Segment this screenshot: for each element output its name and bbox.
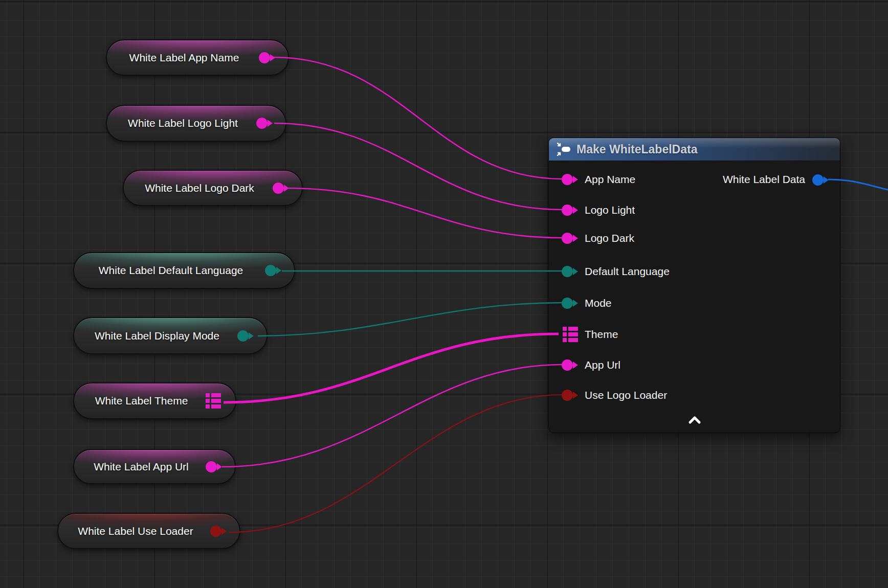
string-pin[interactable] [259, 52, 270, 63]
pin-row-use-logo-loader: Use Logo Loader [549, 386, 840, 404]
variable-node-white-label-logo-light[interactable]: White Label Logo Light [106, 105, 286, 142]
pin-row-logo-light: Logo Light [549, 201, 840, 219]
string-pin[interactable] [562, 174, 573, 185]
enum-pin[interactable] [562, 298, 573, 309]
string-pin[interactable] [206, 461, 217, 472]
variable-node-white-label-app-name[interactable]: White Label App Name [106, 39, 289, 76]
string-pin[interactable] [273, 183, 284, 194]
variable-node-white-label-theme[interactable]: White Label Theme [73, 382, 236, 419]
wire-mode[interactable] [258, 303, 563, 336]
variable-label: White Label App Url [94, 461, 189, 473]
make-whitelabeldata-node[interactable]: Make WhiteLabelData App Name Logo Light … [548, 138, 840, 433]
enum-pin[interactable] [265, 265, 276, 276]
wire-app-name[interactable] [273, 57, 563, 179]
make-struct-icon [556, 142, 571, 157]
variable-label: White Label App Name [129, 52, 239, 64]
struct-pin-icon[interactable] [563, 327, 578, 342]
blueprint-canvas[interactable]: White Label App Name White Label Logo Li… [0, 0, 888, 588]
output-pin-label: White Label Data [723, 170, 805, 189]
string-pin[interactable] [256, 118, 268, 129]
pin-row-app-url: App Url [549, 356, 840, 374]
variable-node-white-label-logo-dark[interactable]: White Label Logo Dark [123, 170, 303, 206]
pin-row-mode: Mode [549, 294, 840, 312]
variable-node-white-label-app-url[interactable]: White Label App Url [73, 449, 236, 484]
variable-node-white-label-default-language[interactable]: White Label Default Language [73, 252, 295, 289]
boolean-pin[interactable] [562, 390, 573, 401]
chevron-up-icon [690, 418, 699, 422]
pin-row-default-language: Default Language [549, 262, 840, 281]
collapse-node-button[interactable] [687, 415, 702, 425]
variable-label: White Label Logo Dark [145, 182, 254, 194]
enum-pin[interactable] [562, 266, 573, 277]
variable-label: White Label Theme [95, 395, 188, 407]
wire-use-loader[interactable] [229, 395, 563, 532]
wire-logo-dark[interactable] [287, 188, 563, 238]
string-pin[interactable] [562, 359, 573, 371]
variable-label: White Label Default Language [99, 264, 243, 277]
variable-label: White Label Logo Light [128, 117, 238, 129]
wire-theme[interactable] [224, 334, 559, 402]
node-header[interactable]: Make WhiteLabelData [549, 138, 840, 161]
output-struct-pin[interactable] [812, 174, 824, 186]
string-pin[interactable] [562, 205, 573, 216]
enum-pin[interactable] [237, 330, 249, 342]
pin-row-logo-dark: Logo Dark [549, 229, 840, 247]
string-pin[interactable] [562, 233, 573, 244]
wire-logo-light[interactable] [274, 123, 563, 210]
node-title: Make WhiteLabelData [576, 143, 697, 156]
variable-label: White Label Display Mode [95, 330, 219, 342]
pin-row-theme: Theme [549, 325, 840, 344]
variable-node-white-label-use-loader[interactable]: White Label Use Loader [57, 513, 240, 549]
wire-app-url[interactable] [222, 365, 563, 467]
boolean-pin[interactable] [210, 526, 221, 537]
variable-label: White Label Use Loader [78, 525, 193, 537]
struct-pin-icon[interactable] [206, 393, 221, 409]
variable-node-white-label-display-mode[interactable]: White Label Display Mode [73, 317, 268, 354]
